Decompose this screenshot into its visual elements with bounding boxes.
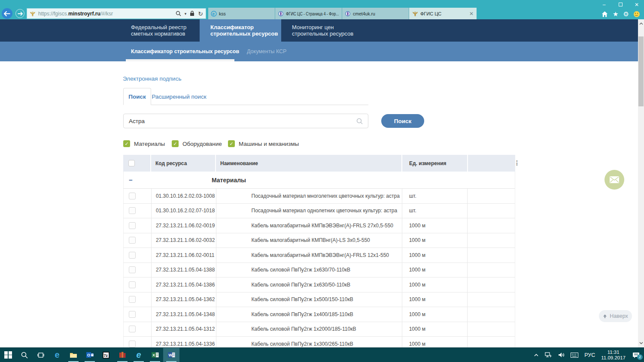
browser-tab-fgis-active[interactable]: ФГИС ЦС ✕ bbox=[409, 8, 477, 19]
row-checkbox[interactable] bbox=[129, 237, 136, 244]
scrollbar-thumb[interactable] bbox=[638, 36, 644, 106]
edge-icon[interactable]: e bbox=[49, 348, 65, 362]
language-indicator[interactable]: РУС bbox=[584, 352, 595, 358]
cell-name: Кабель малогабаритный КМПВнг(А)-LS 3х0,5… bbox=[216, 233, 402, 248]
svg-text:7z: 7z bbox=[104, 353, 108, 358]
table-row[interactable]: 27.32.13.21.1.05.04-1312Кабель силовой П… bbox=[123, 322, 515, 337]
home-icon[interactable] bbox=[601, 11, 608, 17]
tray-chevron-icon[interactable] bbox=[534, 353, 539, 357]
window-maximize-button[interactable] bbox=[617, 2, 623, 7]
table-row[interactable]: 27.32.13.21.1.05.04-1336Кабель силовой П… bbox=[123, 337, 515, 347]
nav-price-monitoring[interactable]: Мониторинг цен строительных ресурсов bbox=[292, 19, 365, 42]
collapse-minus-icon[interactable]: − bbox=[129, 176, 134, 184]
subnav-ksr-documents[interactable]: Документы КСР bbox=[247, 42, 286, 61]
table-options-kebab-icon[interactable]: ••• bbox=[516, 160, 520, 166]
cell-unit: шт. bbox=[402, 204, 468, 218]
table-row[interactable]: 01.30.10.16.2.02.07-1018Посадочный матер… bbox=[123, 204, 515, 219]
address-search-icon[interactable] bbox=[176, 11, 181, 16]
settings-gear-icon[interactable]: ⚙ bbox=[623, 11, 629, 18]
window-close-button[interactable]: ✕ bbox=[634, 2, 640, 7]
row-checkbox[interactable] bbox=[129, 222, 136, 229]
feedback-smiley-icon[interactable] bbox=[634, 11, 640, 17]
col-unit: Ед. измерения bbox=[402, 155, 468, 172]
row-checkbox[interactable] bbox=[129, 252, 136, 259]
search-input[interactable]: Астра bbox=[123, 114, 368, 128]
volume-icon[interactable] bbox=[558, 352, 565, 358]
nav-classifier[interactable]: Классификатор строительных ресурсов bbox=[200, 19, 281, 42]
filter-materials[interactable]: ✓Материалы bbox=[123, 140, 172, 147]
cell-code: 01.30.10.16.2.02.03-1008 bbox=[152, 189, 216, 203]
select-all-checkbox[interactable] bbox=[128, 160, 135, 166]
clock[interactable]: 11:3111.09.2017 bbox=[601, 350, 626, 361]
url-path: /#/ksr bbox=[100, 11, 113, 17]
table-row[interactable]: 27.32.13.21.1.05.04-1386Кабель силовой П… bbox=[123, 278, 515, 293]
favorites-star-icon[interactable]: ★ bbox=[613, 11, 618, 18]
feedback-mail-button[interactable] bbox=[605, 170, 624, 190]
checkbox-checked-icon[interactable]: ✓ bbox=[123, 140, 130, 147]
network-icon[interactable] bbox=[545, 352, 552, 358]
window-minimize-button[interactable]: – bbox=[601, 2, 607, 7]
filter-equipment[interactable]: ✓Оборудование bbox=[172, 140, 228, 147]
search-input-value: Астра bbox=[129, 118, 145, 124]
refresh-icon[interactable]: ↻ bbox=[198, 10, 203, 17]
table-row[interactable]: 27.32.13.21.1.05.04-1388Кабель силовой П… bbox=[123, 263, 515, 278]
taskbar-search-icon[interactable] bbox=[16, 348, 33, 362]
file-explorer-icon[interactable] bbox=[65, 348, 82, 362]
cell-name: Кабель силовой ПвПу2гж 1х400/185-110кВ bbox=[216, 307, 402, 322]
row-checkbox[interactable] bbox=[129, 266, 136, 273]
svg-text:W: W bbox=[168, 353, 172, 357]
group-row-materials[interactable]: − Материалы bbox=[123, 172, 515, 189]
row-checkbox[interactable] bbox=[129, 326, 136, 332]
excel-icon[interactable]: X bbox=[147, 348, 163, 362]
row-checkbox[interactable] bbox=[129, 296, 136, 303]
search-button[interactable]: Поиск bbox=[381, 114, 424, 128]
address-dropdown-icon[interactable]: ▾ bbox=[185, 12, 187, 16]
word-icon[interactable]: W bbox=[163, 348, 179, 362]
checkbox-checked-icon[interactable]: ✓ bbox=[228, 140, 235, 147]
checkbox-checked-icon[interactable]: ✓ bbox=[172, 140, 179, 147]
filter-machines[interactable]: ✓Машины и механизмы bbox=[228, 140, 299, 147]
scroll-up-icon[interactable] bbox=[638, 20, 644, 27]
cell-code: 27.32.13.21.1.05.04-1388 bbox=[152, 263, 216, 278]
browser-tab-kss[interactable]: e kss bbox=[208, 8, 275, 19]
browser-tab-cmet4uk[interactable]: cmet4uk.ru bbox=[342, 8, 409, 19]
nav-federal-registry[interactable]: Федеральный реестр сметных нормативов bbox=[131, 19, 195, 42]
cell-unit: 1000 м bbox=[402, 322, 468, 337]
keyboard-icon[interactable] bbox=[571, 353, 578, 358]
row-checkbox[interactable] bbox=[129, 193, 136, 199]
table-row[interactable]: 27.32.13.21.1.05.04-1348Кабель силовой П… bbox=[123, 307, 515, 322]
address-bar[interactable]: https://fgiscs.minstroyrf.ru/#/ksr ▾ ↻ bbox=[27, 8, 206, 19]
browser-back-button[interactable] bbox=[2, 8, 12, 19]
back-to-top-button[interactable]: Наверх bbox=[599, 310, 632, 322]
task-view-icon[interactable] bbox=[33, 348, 49, 362]
winrar-icon[interactable] bbox=[114, 348, 131, 362]
table-row[interactable]: 01.30.10.16.2.02.03-1008Посадочный матер… bbox=[123, 189, 515, 204]
primary-nav: Федеральный реестр сметных нормативов Кл… bbox=[0, 19, 638, 42]
ie-icon[interactable]: e bbox=[131, 348, 147, 362]
table-row[interactable]: 27.32.13.21.1.05.04-1362Кабель силовой П… bbox=[123, 293, 515, 308]
notifications-icon[interactable]: 2 bbox=[632, 352, 640, 358]
row-checkbox[interactable] bbox=[129, 311, 136, 318]
tab-advanced-search[interactable]: Расширенный поиск bbox=[151, 88, 207, 105]
tab-search[interactable]: Поиск bbox=[123, 88, 151, 105]
browser-forward-button[interactable] bbox=[15, 9, 24, 18]
cell-unit: 1000 м bbox=[402, 233, 468, 248]
cell-name: Кабель малогабаритный КМПвЭВЭВнг(А)-FRLS… bbox=[216, 248, 402, 262]
browser-tab-fgis-page4[interactable]: ФГИС ЦС - Страница 4 - Фор... bbox=[275, 8, 342, 19]
table-row[interactable]: 27.32.13.21.1.06.02-0019Кабель малогабар… bbox=[123, 218, 515, 233]
table-row[interactable]: 27.32.13.21.1.06.02-0011Кабель малогабар… bbox=[123, 248, 515, 263]
page-scrollbar[interactable] bbox=[638, 19, 644, 347]
start-button[interactable] bbox=[0, 348, 16, 362]
outlook-icon[interactable]: O bbox=[82, 348, 98, 362]
electronic-signature-link[interactable]: Электронная подпись bbox=[123, 75, 181, 82]
tab-title: ФГИС ЦС bbox=[420, 11, 441, 16]
row-checkbox[interactable] bbox=[129, 341, 136, 347]
table-row[interactable]: 27.32.13.21.1.06.02-0032Кабель малогабар… bbox=[123, 233, 515, 248]
7zip-icon[interactable]: 7z bbox=[98, 348, 114, 362]
subnav-classifier[interactable]: Классификатор строительных ресурсов bbox=[131, 42, 239, 61]
tab-close-icon[interactable]: ✕ bbox=[469, 11, 474, 17]
scroll-down-icon[interactable] bbox=[638, 340, 644, 347]
row-checkbox[interactable] bbox=[129, 281, 136, 288]
row-checkbox[interactable] bbox=[129, 207, 136, 214]
search-icon[interactable] bbox=[356, 118, 363, 124]
